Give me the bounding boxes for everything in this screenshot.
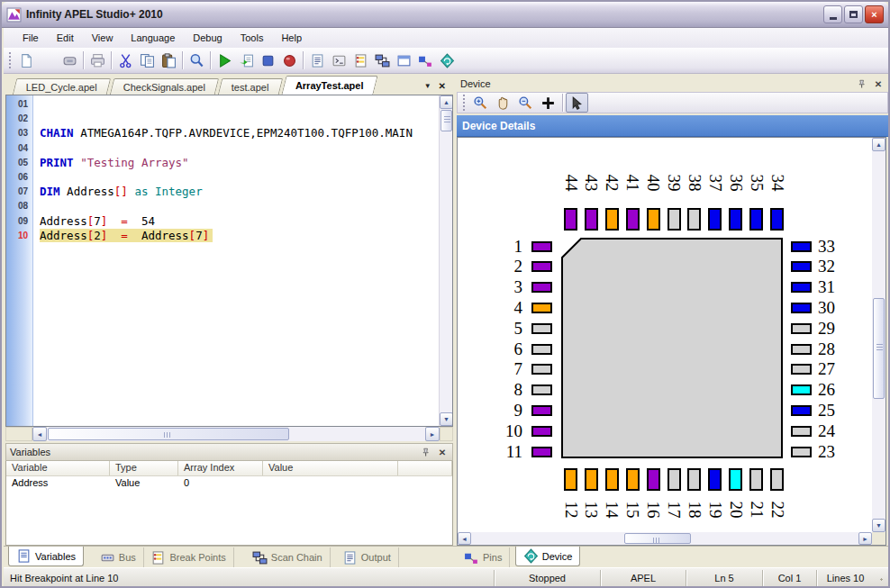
code-area[interactable]: CHAIN ATMEGA164P.TQFP.AVRDEVICE,EPM240T1…	[34, 95, 439, 426]
pin-30[interactable]	[791, 303, 812, 313]
pin-18[interactable]	[687, 468, 701, 491]
pin-19[interactable]	[708, 468, 722, 491]
column-header-type[interactable]: Type	[110, 461, 178, 475]
device-hscroll-thumb[interactable]	[624, 533, 691, 544]
pin-4[interactable]	[531, 303, 552, 313]
output-window-button[interactable]	[306, 50, 328, 71]
device-scroll-down-button[interactable]: ▼	[872, 519, 885, 532]
pin-panel-icon[interactable]	[420, 446, 432, 458]
pin-8[interactable]	[531, 384, 552, 395]
pin-13[interactable]	[585, 468, 598, 491]
open-file-button[interactable]	[37, 50, 59, 71]
device-scroll-up-button[interactable]: ▲	[872, 138, 885, 151]
pin-27[interactable]	[791, 364, 812, 375]
close-button[interactable]: ×	[865, 5, 884, 23]
select-mode-button[interactable]	[566, 93, 588, 113]
pins-view-button[interactable]	[414, 50, 436, 71]
pin-22[interactable]	[770, 468, 784, 491]
code-line-08[interactable]	[34, 199, 439, 213]
editor-tab-test-apel[interactable]: test.apel	[218, 78, 283, 95]
pin-32[interactable]	[791, 261, 812, 272]
pin-10[interactable]	[531, 426, 552, 437]
code-line-10[interactable]: Address[2] = Address[7]	[34, 229, 439, 243]
pin-26[interactable]	[791, 384, 812, 395]
paste-button[interactable]	[158, 50, 179, 71]
pin-38[interactable]	[687, 208, 701, 231]
device-scroll-left-button[interactable]: ◄	[458, 532, 471, 545]
pin-24[interactable]	[791, 426, 812, 437]
device-diagram[interactable]: 4443424140393837363534121314151617181920…	[458, 138, 872, 532]
device-horizontal-scrollbar[interactable]: ◄ ►	[458, 532, 872, 545]
pin-12[interactable]	[564, 468, 577, 491]
run-button[interactable]	[213, 50, 235, 71]
editor-tab-checksignals-apel[interactable]: CheckSignals.apel	[110, 78, 220, 95]
cut-button[interactable]	[114, 50, 136, 71]
print-button[interactable]	[86, 50, 108, 71]
pin-9[interactable]	[531, 405, 552, 416]
code-line-04[interactable]	[34, 141, 439, 156]
chevron-down-icon[interactable]: ▼	[424, 82, 431, 90]
copy-button[interactable]	[136, 50, 158, 71]
menu-tools[interactable]: Tools	[232, 31, 272, 45]
scan-chain-button[interactable]	[371, 50, 393, 71]
pause-button[interactable]	[257, 50, 278, 71]
column-header-value[interactable]: Value	[263, 461, 398, 475]
pin-40[interactable]	[647, 208, 660, 231]
code-line-05[interactable]: PRINT "Testing Arrays"	[34, 156, 439, 170]
breakpoint-button[interactable]	[278, 50, 300, 71]
column-header-array-index[interactable]: Array Index	[178, 461, 263, 475]
pin-41[interactable]	[626, 208, 640, 231]
scroll-up-button[interactable]: ▲	[440, 95, 453, 109]
pin-3[interactable]	[531, 282, 552, 293]
pin-25[interactable]	[791, 405, 812, 416]
menu-help[interactable]: Help	[273, 31, 310, 45]
maximize-button[interactable]	[844, 5, 863, 23]
bottom-tab-device[interactable]: Device	[515, 547, 581, 566]
pin-7[interactable]	[531, 364, 552, 375]
menu-edit[interactable]: Edit	[49, 31, 82, 45]
code-editor[interactable]: 01020304050607080910 CHAIN ATMEGA164P.TQ…	[5, 95, 453, 427]
scroll-down-button[interactable]: ▼	[440, 412, 453, 426]
column-header-variable[interactable]: Variable	[6, 461, 110, 475]
scroll-right-button[interactable]: ►	[425, 427, 440, 441]
device-pin-panel-icon[interactable]	[856, 77, 868, 90]
editor-tab-led_cycle-apel[interactable]: LED_Cycle.apel	[13, 78, 111, 95]
editor-hscroll-thumb[interactable]	[48, 428, 289, 440]
pin-23[interactable]	[791, 447, 812, 457]
bottom-tab-variables[interactable]: Variables	[8, 547, 84, 566]
editor-horizontal-scrollbar[interactable]: ◄ ►	[5, 427, 453, 441]
pin-20[interactable]	[729, 468, 742, 491]
menu-file[interactable]: File	[14, 31, 47, 45]
pin-2[interactable]	[531, 261, 552, 272]
new-window-button[interactable]	[393, 50, 414, 71]
code-line-09[interactable]: Address[7] = 54	[34, 214, 439, 229]
bottom-tab-break-points[interactable]: Break Points	[143, 547, 233, 567]
editor-vertical-scrollbar[interactable]: ▲ ▼	[439, 95, 452, 426]
pin-35[interactable]	[749, 208, 763, 231]
zoom-in-button[interactable]	[469, 93, 492, 113]
pin-34[interactable]	[770, 208, 784, 231]
device-scroll-right-button[interactable]: ►	[858, 532, 872, 545]
device-hscroll-track[interactable]	[471, 532, 858, 545]
device-vscroll-thumb[interactable]	[873, 298, 885, 399]
pin-33[interactable]	[791, 241, 812, 252]
resize-grip[interactable]	[874, 570, 888, 586]
pin-44[interactable]	[564, 208, 577, 231]
pin-1[interactable]	[531, 241, 552, 252]
code-line-03[interactable]: CHAIN ATMEGA164P.TQFP.AVRDEVICE,EPM240T1…	[34, 126, 439, 140]
find-button[interactable]	[186, 50, 207, 71]
pin-29[interactable]	[791, 323, 812, 334]
scroll-left-button[interactable]: ◄	[32, 427, 47, 441]
add-button[interactable]	[537, 93, 559, 113]
pin-5[interactable]	[531, 323, 552, 334]
editor-hscroll-track[interactable]	[47, 427, 425, 441]
bottom-tab-bus[interactable]: Bus	[93, 547, 144, 567]
pin-6[interactable]	[531, 344, 552, 355]
pin-42[interactable]	[605, 208, 619, 231]
pin-39[interactable]	[668, 208, 681, 231]
minimize-button[interactable]	[823, 5, 842, 23]
bottom-tab-scan-chain[interactable]: Scan Chain	[245, 547, 331, 567]
chip-body[interactable]	[561, 238, 783, 458]
device-vertical-scrollbar[interactable]: ▲ ▼	[872, 138, 885, 532]
pin-11[interactable]	[531, 447, 552, 457]
